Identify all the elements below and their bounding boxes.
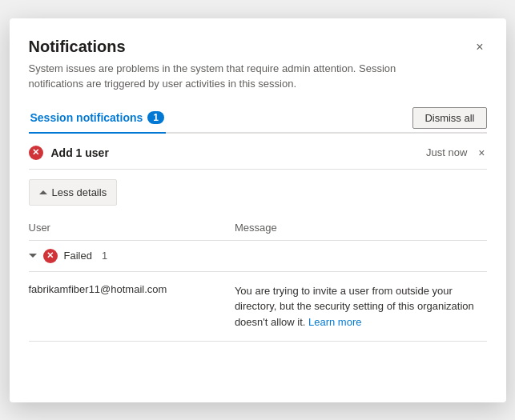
notification-item: ✕ Add 1 user Just now ×	[29, 134, 487, 170]
failed-group-row: ✕ Failed 1	[29, 240, 487, 271]
tab-session-badge: 1	[147, 111, 164, 124]
chevron-down-icon[interactable]	[29, 254, 37, 258]
details-toggle-label: Less details	[52, 186, 107, 198]
failed-error-icon: ✕	[43, 249, 58, 263]
error-icon-x: ✕	[32, 148, 39, 157]
dismiss-all-button[interactable]: Dismiss all	[412, 107, 486, 129]
dialog-title-block: Notifications System issues are problems…	[29, 38, 429, 92]
notification-close-button[interactable]: ×	[477, 145, 486, 161]
failed-label: Failed	[64, 250, 92, 262]
notification-title: Add 1 user	[51, 146, 109, 159]
tab-session-notifications[interactable]: Session notifications 1	[29, 105, 167, 134]
chevron-up-icon	[39, 190, 47, 194]
details-table: User Message ✕ Failed 1	[29, 215, 487, 342]
details-toggle-button[interactable]: Less details	[29, 179, 118, 206]
failed-error-icon-x: ✕	[46, 251, 54, 260]
error-icon: ✕	[29, 146, 43, 160]
learn-more-link[interactable]: Learn more	[308, 316, 361, 328]
user-cell: fabrikamfiber11@hotmail.com	[29, 271, 235, 342]
dialog-close-button[interactable]: ×	[473, 38, 486, 57]
notification-time: Just now	[426, 146, 467, 158]
message-text: You are trying to invite a user from out…	[235, 285, 474, 328]
failed-group: ✕ Failed 1	[29, 249, 487, 263]
col-user-header: User	[29, 215, 235, 241]
failed-count: 1	[102, 250, 107, 262]
dialog-title: Notifications	[29, 38, 429, 56]
notification-right: Just now ×	[426, 145, 487, 161]
notification-left: ✕ Add 1 user	[29, 146, 109, 160]
notifications-dialog: Notifications System issues are problems…	[10, 18, 506, 402]
dialog-subtitle: System issues are problems in the system…	[29, 61, 429, 92]
tabs-bar: Session notifications 1 Dismiss all	[29, 105, 487, 134]
dialog-header: Notifications System issues are problems…	[29, 38, 487, 92]
tab-session-label: Session notifications	[30, 111, 143, 124]
failed-group-cell: ✕ Failed 1	[29, 240, 487, 271]
table-row: fabrikamfiber11@hotmail.com You are tryi…	[29, 271, 487, 342]
col-message-header: Message	[235, 215, 487, 241]
message-cell: You are trying to invite a user from out…	[235, 271, 487, 342]
